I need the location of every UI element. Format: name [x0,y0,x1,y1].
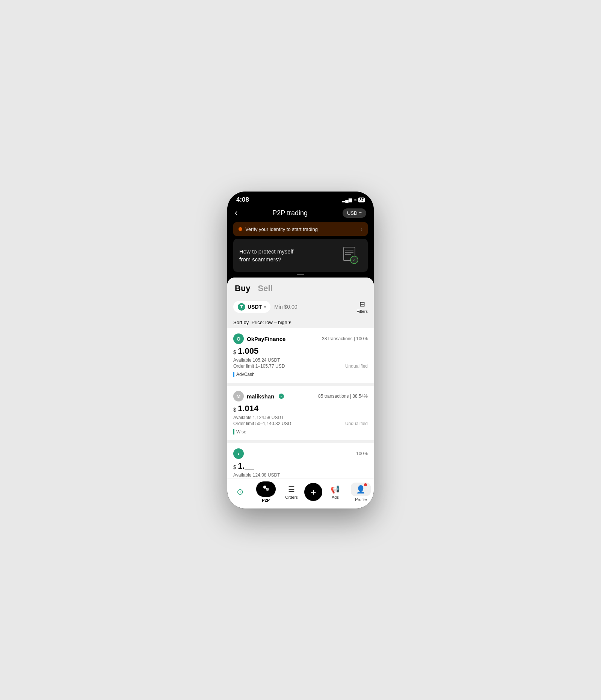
unqualified-label: Unqualified [345,421,368,426]
listing-card[interactable]: O OkPayFinance 38 transactions | 100% $ … [227,328,374,383]
currency-button[interactable]: USD ≡ [343,208,366,218]
warning-text: Verify your identity to start trading [245,226,318,232]
signal-icon: ▂▄▆ [342,197,352,202]
available-row: Available 1,124.58 USDT [233,415,368,420]
seller-row: M malikshan ✓ 85 transactions | 88.54% [233,391,368,401]
listing-card[interactable]: M malikshan ✓ 85 transactions | 88.54% $… [227,386,374,440]
order-limit-text: Order limit 1–105.77 USD [233,364,285,369]
p2p-icon [262,485,270,493]
wifi-icon: ⌾ [354,197,356,202]
battery-icon: 87 [358,198,365,202]
coin-icon: T [238,303,245,311]
plus-button[interactable]: + [304,483,322,501]
unqualified-label: Unqualified [345,364,368,369]
ads-icon: 📢 [331,485,340,494]
seller-row: O OkPayFinance 38 transactions | 100% [233,333,368,344]
phone-screen: 4:08 ▂▄▆ ⌾ 87 ‹ P2P trading USD ≡ Verify… [227,192,374,508]
filter-label: Filters [356,309,368,314]
price-value: 1.014 [238,404,258,413]
available-row: Available 124.08 USDT [233,472,368,478]
payment-tag: Wise [233,429,246,434]
phone-shell: 4:08 ▂▄▆ ⌾ 87 ‹ P2P trading USD ≡ Verify… [227,192,374,508]
price-row: $ 1.__ [233,461,368,471]
price-currency: $ [233,349,236,355]
seller-stats: 38 transactions | 100% [322,336,368,341]
dot-indicator [227,272,374,278]
plus-icon: + [311,487,316,497]
filter-button[interactable]: ⊟ Filters [356,300,368,314]
carousel-dot [297,274,304,275]
coin-selector[interactable]: T USDT ▾ [233,301,270,313]
seller-stats: 85 transactions | 88.54% [318,394,368,399]
available-row: Available 105.24 USDT [233,358,368,363]
available-text: Available 124.08 USDT [233,472,280,478]
available-text: Available 105.24 USDT [233,358,280,363]
status-time: 4:08 [236,196,249,204]
seller-name: malikshan [247,393,274,400]
price-currency: $ [233,407,236,413]
nav-item-profile[interactable]: 👤 Profile [348,483,374,502]
warning-banner[interactable]: Verify your identity to start trading › [233,222,368,236]
back-button[interactable]: ‹ [235,208,237,218]
header-title: P2P trading [272,209,308,217]
seller-avatar: M [233,391,244,401]
price-currency: $ [233,464,236,470]
nav-item-p2p[interactable]: P2P [253,481,278,502]
bottom-nav: ⊙ P2P [227,478,374,508]
tab-bar: Buy Sell [227,278,374,296]
warning-chevron-icon: › [361,226,362,232]
nav-label-ads: Ads [332,495,339,499]
coin-name: USDT [248,304,262,310]
currency-label: USD [347,210,357,216]
seller-avatar: • [233,448,244,459]
listings-container: O OkPayFinance 38 transactions | 100% $ … [227,328,374,478]
seller-name: OkPayFinance [247,336,285,342]
verified-icon: ✓ [279,394,284,399]
nav-item-home[interactable]: ⊙ [227,487,253,497]
price-value: 1.005 [238,346,258,356]
seller-stats: 100% [356,451,368,456]
promo-shield-icon: ✓ [341,245,362,266]
order-limit-text: Order limit 50–1,140.32 USD [233,421,291,426]
nav-item-orders[interactable]: ☰ Orders [279,485,304,499]
seller-avatar: O [233,333,244,344]
currency-icon: ≡ [359,210,362,216]
filter-row: T USDT ▾ ⊟ Filters [227,296,374,318]
profile-notification-badge [364,483,367,486]
coin-chevron-icon: ▾ [264,305,266,309]
nav-label-p2p: P2P [262,498,270,502]
promo-card[interactable]: How to protect myself from scammers? ✓ [233,239,368,272]
sort-prefix: Sort by [233,320,249,325]
app-header: ‹ P2P trading USD ≡ [227,205,374,222]
available-text: Available 1,124.58 USDT [233,415,284,420]
price-row: $ 1.005 [233,346,368,356]
seller-row: • 100% [233,448,368,459]
tab-buy[interactable]: Buy [235,284,251,296]
price-value: 1.__ [238,461,254,471]
min-amount-input[interactable] [274,304,353,310]
order-limit-row: Order limit 1–105.77 USD Unqualified [233,364,368,369]
nav-item-ads[interactable]: 📢 Ads [322,485,348,499]
filter-funnel-icon: ⊟ [359,300,365,308]
listing-card[interactable]: • 100% $ 1.__ Available 124.08 USDT [227,443,374,478]
warning-dot-icon [239,227,242,231]
status-icons: ▂▄▆ ⌾ 87 [342,197,365,202]
price-row: $ 1.014 [233,404,368,413]
status-bar: 4:08 ▂▄▆ ⌾ 87 [227,192,374,205]
promo-text: How to protect myself from scammers? [239,247,293,263]
nav-label-profile: Profile [355,497,367,502]
tab-sell[interactable]: Sell [258,284,273,296]
sort-value[interactable]: Price: low – high [251,320,287,325]
home-icon: ⊙ [237,487,243,497]
sort-row: Sort by Price: low – high ▾ [227,318,374,328]
svg-text:✓: ✓ [353,258,356,262]
payment-tag: AdvCash [233,372,255,377]
profile-icon: 👤 [356,485,365,493]
orders-icon: ☰ [288,485,295,494]
nav-label-orders: Orders [285,495,298,499]
main-content: Buy Sell T USDT ▾ ⊟ Filters Sort by [227,278,374,508]
order-limit-row: Order limit 50–1,140.32 USD Unqualified [233,421,368,426]
